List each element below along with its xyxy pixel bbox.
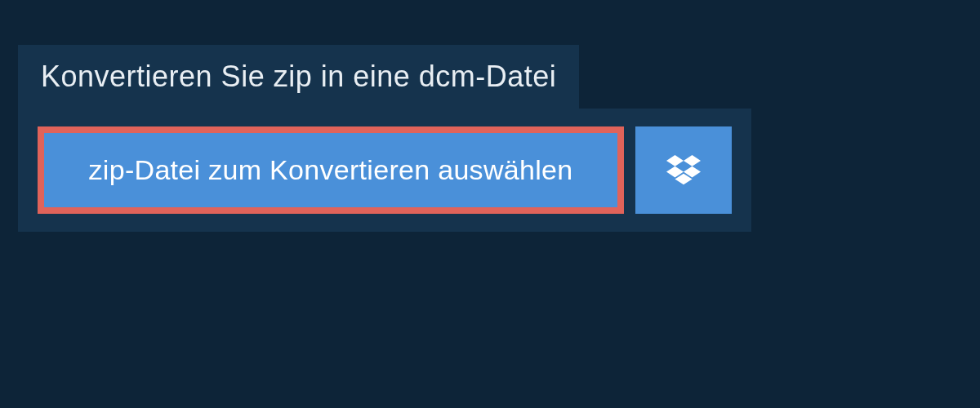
dropbox-button[interactable]: [635, 126, 732, 214]
page-title: Konvertieren Sie zip in eine dcm-Datei: [41, 60, 556, 94]
header-bar: Konvertieren Sie zip in eine dcm-Datei: [18, 45, 579, 109]
dropbox-icon: [666, 153, 701, 188]
select-file-label: zip-Datei zum Konvertieren auswählen: [89, 154, 573, 185]
select-file-button[interactable]: zip-Datei zum Konvertieren auswählen: [38, 126, 624, 214]
upload-section: zip-Datei zum Konvertieren auswählen: [18, 109, 751, 232]
